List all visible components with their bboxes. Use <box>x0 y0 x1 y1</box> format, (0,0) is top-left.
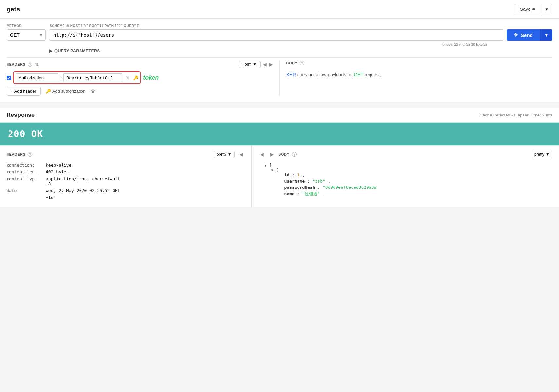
query-params-row[interactable]: ▶ QUERY PARAMETERS <box>7 48 552 53</box>
add-header-button[interactable]: + Add header <box>7 87 41 96</box>
remove-header-button[interactable]: ✕ <box>124 75 131 81</box>
resp-header-val-connection: keep-alive <box>46 163 245 168</box>
resp-body-nav-right[interactable]: ▶ <box>268 151 276 158</box>
save-dot <box>532 8 535 10</box>
json-viewer: ▼ [ ▼ { id : 1 , userName : "zsb" <box>258 163 552 197</box>
resp-body-header: ◀ ▶ BODY ? pretty ▼ <box>258 151 552 158</box>
resp-body-pretty-label: pretty <box>534 152 544 157</box>
send-dropdown-button[interactable]: ▼ <box>540 29 552 41</box>
json-field-name: name : "这傻逼" , <box>258 191 552 197</box>
header-value-input[interactable] <box>63 73 122 82</box>
arrow-right-icon[interactable]: ▶ <box>269 62 273 67</box>
send-button-group: ✈ Send ▼ <box>507 29 552 41</box>
send-button[interactable]: ✈ Send <box>507 29 540 41</box>
request-section: METHOD SCHEME :// HOST [ ":" PORT ] [ PA… <box>0 19 559 102</box>
response-body-section: ◀ ▶ BODY ? pretty ▼ ▼ [ ▼ { <box>252 146 559 207</box>
colon: : <box>60 75 62 80</box>
resp-header-val-content-len: 402 bytes <box>46 169 245 174</box>
form-button[interactable]: Form ▼ <box>239 61 261 68</box>
form-dropdown-icon: ▼ <box>253 62 257 67</box>
resp-header-key-date: date: <box>7 188 46 193</box>
get-link[interactable]: GET <box>354 72 364 77</box>
array-open-bracket: [ <box>269 163 272 168</box>
resp-header-extra: -1s <box>7 195 245 200</box>
resp-header-val-extra: -1s <box>46 195 245 200</box>
resp-headers-pretty-label: pretty <box>217 152 226 157</box>
add-authorization-label: Add authorization <box>52 89 85 94</box>
response-headers-section: HEADERS ? pretty ▼ ◀ connection: keep-al… <box>0 146 252 207</box>
field-labels: METHOD SCHEME :// HOST [ ":" PORT ] [ PA… <box>7 24 552 27</box>
url-label: SCHEME :// HOST [ ":" PORT ] [ PATH [ "?… <box>49 24 552 27</box>
save-button-group: Save ▼ <box>514 4 552 14</box>
header-key-input[interactable] <box>16 73 58 82</box>
form-label: Form <box>243 62 252 67</box>
save-label: Save <box>520 7 531 12</box>
auth-icon: 🔑 <box>46 89 51 94</box>
headers-title: HEADERS <box>7 62 25 66</box>
body-message-text1: does not allow payloads for <box>297 72 354 77</box>
array-collapse[interactable]: ▼ <box>265 164 267 167</box>
token-label: token <box>143 74 159 81</box>
status-bar: 200 OK <box>0 123 559 145</box>
section-divider <box>7 57 552 58</box>
resp-headers-nav-left[interactable]: ◀ <box>237 151 245 158</box>
headers-section-header: HEADERS ? ⇅ Form ▼ ◀ ▶ <box>7 61 273 68</box>
sort-icon[interactable]: ⇅ <box>35 62 39 67</box>
resp-headers-list: connection: keep-alive content-len… 402 … <box>7 163 245 200</box>
method-select[interactable]: GET POST PUT DELETE PATCH <box>7 29 46 41</box>
resp-header-val-date: Wed, 27 May 2020 02:26:52 GMT <box>46 188 245 193</box>
response-header: Response Cache Detected - Elapsed Time: … <box>0 108 559 123</box>
resp-body-pretty-button[interactable]: pretty ▼ <box>532 151 552 158</box>
resp-headers-pretty-button[interactable]: pretty ▼ <box>214 151 235 158</box>
object-open-bracket: { <box>276 168 278 172</box>
send-icon: ✈ <box>514 32 518 38</box>
body-message-text2: request. <box>365 72 381 77</box>
url-input[interactable] <box>49 29 503 41</box>
resp-header-val-content-type: application/json; charset=utf-8 <box>46 176 245 186</box>
body-help-icon[interactable]: ? <box>300 61 304 65</box>
method-label: METHOD <box>7 24 46 27</box>
header-checkbox[interactable] <box>7 76 11 80</box>
response-title: Response <box>7 112 35 118</box>
object-collapse[interactable]: ▼ <box>271 169 273 172</box>
resp-body-title: BODY <box>279 152 290 156</box>
headers-help-icon[interactable]: ? <box>28 62 32 67</box>
resp-headers-help-icon[interactable]: ? <box>28 152 32 157</box>
app-title: gets <box>7 6 20 13</box>
resp-header-date: date: Wed, 27 May 2020 02:26:52 GMT <box>7 188 245 193</box>
resp-headers-header: HEADERS ? pretty ▼ ◀ <box>7 151 245 158</box>
resp-headers-pretty-arrow: ▼ <box>228 152 232 157</box>
query-params-label: QUERY PARAMETERS <box>54 48 100 53</box>
method-url-row: GET POST PUT DELETE PATCH ✈ Send ▼ <box>7 29 552 41</box>
save-dropdown-button[interactable]: ▼ <box>541 5 552 14</box>
actions-row: + Add header 🔑 Add authorization 🗑 <box>7 87 273 96</box>
resp-body-nav-left[interactable]: ◀ <box>258 151 266 158</box>
body-message: XHR does not allow payloads for GET requ… <box>286 69 553 77</box>
arrow-left-icon[interactable]: ◀ <box>263 62 267 67</box>
resp-header-key-content-len: content-len… <box>7 169 46 174</box>
body-section: BODY ? XHR does not allow payloads for G… <box>280 61 553 96</box>
body-title: BODY <box>286 61 298 65</box>
resp-body-help-icon[interactable]: ? <box>292 152 297 157</box>
lock-icon: 🔑 <box>133 75 138 80</box>
header-row-item: : ✕ 🔑 token <box>7 71 273 84</box>
resp-header-content-len: content-len… 402 bytes <box>7 169 245 174</box>
query-params-arrow: ▶ <box>49 48 52 53</box>
json-field-id: id : 1 , <box>258 172 552 177</box>
xhr-link[interactable]: XHR <box>286 72 296 77</box>
response-body-row: HEADERS ? pretty ▼ ◀ connection: keep-al… <box>0 145 559 207</box>
body-section-header: BODY ? <box>286 61 553 65</box>
resp-header-content-type: content-typ… application/json; charset=u… <box>7 176 245 186</box>
resp-body-pretty-arrow: ▼ <box>546 152 550 157</box>
save-button[interactable]: Save <box>514 4 541 14</box>
method-select-wrap: GET POST PUT DELETE PATCH <box>7 29 46 41</box>
delete-headers-button[interactable]: 🗑 <box>91 89 95 94</box>
response-section: Response Cache Detected - Elapsed Time: … <box>0 108 559 207</box>
json-field-passwordhash: passwordHash : "8d969eef6ecad3c29a3a <box>258 185 552 190</box>
status-code: 200 OK <box>8 129 43 139</box>
headers-body-row: HEADERS ? ⇅ Form ▼ ◀ ▶ : ✕ 🔑 <box>7 61 552 96</box>
add-authorization-button[interactable]: 🔑 Add authorization <box>43 87 88 95</box>
url-length: length: 22 char(s) 30 byte(s) <box>7 43 552 46</box>
resp-headers-title: HEADERS <box>7 152 25 156</box>
resp-header-connection: connection: keep-alive <box>7 163 245 168</box>
